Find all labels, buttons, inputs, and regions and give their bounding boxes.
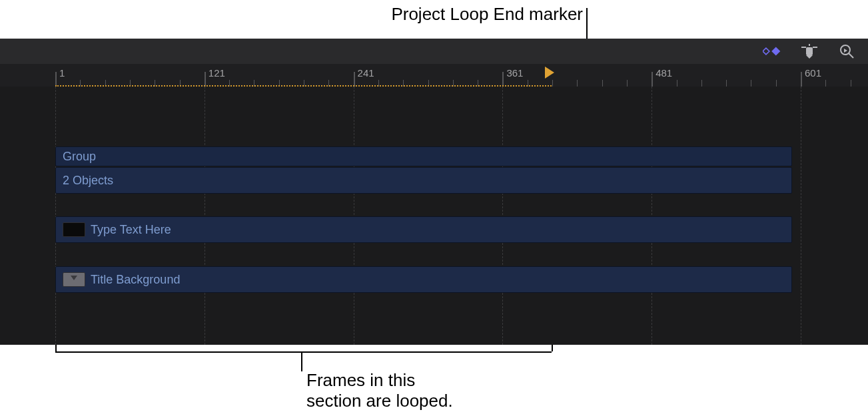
add-marker-icon[interactable] (800, 43, 819, 60)
timeline-panel: 1121241361481601 Group 2 Objects Type Te… (0, 39, 868, 345)
svg-marker-1 (771, 47, 780, 55)
svg-line-9 (849, 53, 853, 58)
svg-marker-6 (806, 55, 813, 59)
keyframe-toggle-icon[interactable] (763, 43, 781, 60)
svg-marker-8 (844, 49, 847, 53)
clip-label: Type Text Here (91, 223, 171, 237)
svg-rect-5 (806, 47, 813, 55)
ruler-tick-label: 481 (655, 67, 672, 79)
timeline-clip[interactable]: Title Background (55, 266, 792, 293)
ruler-tick-label: 1 (59, 67, 65, 79)
timeline-ruler[interactable]: 1121241361481601 (0, 64, 868, 87)
svg-marker-0 (763, 48, 769, 55)
group-track-header[interactable]: Group (55, 146, 792, 166)
ruler-tick-label: 241 (358, 67, 374, 79)
timeline-toolbar (0, 39, 868, 65)
callout-loop-end-label: Project Loop End marker (391, 4, 583, 25)
group-track-subheader[interactable]: 2 Objects (55, 167, 792, 194)
timeline-tracks-area: Group 2 Objects Type Text Here Title Bac… (0, 87, 868, 345)
search-icon[interactable] (837, 43, 856, 60)
callout-looped-frames-label: Frames in this section are looped. (306, 370, 453, 411)
group-object-count: 2 Objects (63, 174, 113, 188)
group-track-title: Group (63, 150, 96, 164)
clip-thumbnail (63, 272, 85, 287)
ruler-tick-label: 121 (209, 67, 225, 79)
clip-thumbnail (63, 222, 85, 237)
clip-label: Title Background (91, 273, 180, 287)
callout-looped-frames: Frames in this section are looped. (0, 345, 868, 414)
timeline-clip[interactable]: Type Text Here (55, 216, 792, 243)
project-loop-end-marker[interactable] (545, 67, 554, 79)
ruler-tick-label: 601 (805, 67, 821, 79)
ruler-tick-label: 361 (506, 67, 523, 79)
